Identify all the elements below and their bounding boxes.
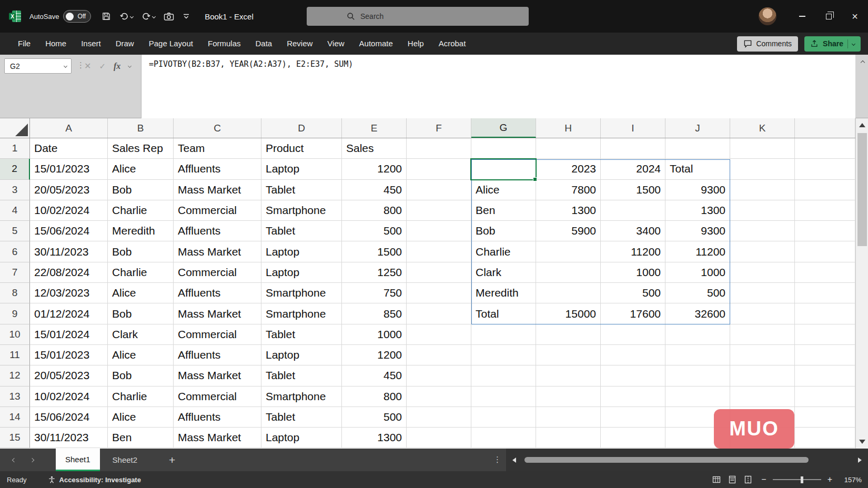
customize-quick-access-icon[interactable]	[183, 13, 190, 20]
cell-H2[interactable]: 2023	[536, 159, 601, 179]
cell-C1[interactable]: Team	[174, 138, 261, 159]
cancel-formula-icon[interactable]: ✕	[84, 61, 91, 71]
cell-H6[interactable]	[536, 241, 601, 262]
cell-I5[interactable]: 3400	[601, 221, 665, 241]
ribbon-tab-file[interactable]: File	[11, 33, 38, 55]
save-icon[interactable]	[102, 12, 111, 21]
cell-I13[interactable]	[601, 387, 665, 407]
cell-partial-8[interactable]	[795, 283, 855, 303]
cell-I6[interactable]: 11200	[601, 241, 665, 262]
cell-K2[interactable]	[730, 159, 795, 179]
cell-J8[interactable]: 500	[665, 283, 730, 303]
cell-F10[interactable]	[407, 324, 471, 345]
cell-D11[interactable]: Laptop	[261, 345, 342, 365]
column-header-I[interactable]: I	[601, 118, 665, 138]
cell-C15[interactable]: Mass Market	[174, 428, 261, 448]
cell-A4[interactable]: 10/02/2024	[30, 200, 108, 221]
cell-E2[interactable]: 1200	[342, 159, 407, 179]
ribbon-tab-view[interactable]: View	[320, 33, 351, 55]
cell-G7[interactable]: Clark	[471, 262, 536, 283]
cell-F8[interactable]	[407, 283, 471, 303]
cell-B2[interactable]: Alice	[108, 159, 174, 179]
cell-C7[interactable]: Commercial	[174, 262, 261, 283]
cell-D13[interactable]: Smartphone	[261, 387, 342, 407]
cell-J12[interactable]	[665, 365, 730, 386]
cell-G5[interactable]: Bob	[471, 221, 536, 241]
cell-K13[interactable]	[730, 387, 795, 407]
cell-D7[interactable]: Laptop	[261, 262, 342, 283]
comments-button[interactable]: Comments	[737, 36, 798, 52]
cell-K12[interactable]	[730, 365, 795, 386]
cell-F2[interactable]	[407, 159, 471, 179]
cell-B5[interactable]: Meredith	[108, 221, 174, 241]
normal-view-icon[interactable]	[712, 475, 721, 484]
previous-sheet-icon[interactable]	[12, 458, 16, 462]
cell-I4[interactable]	[601, 200, 665, 221]
cell-partial-9[interactable]	[795, 303, 855, 324]
cell-I14[interactable]	[601, 407, 665, 428]
cell-B15[interactable]: Ben	[108, 428, 174, 448]
search-input[interactable]	[360, 12, 508, 21]
undo-dropdown-chevron-icon[interactable]	[130, 14, 134, 18]
page-break-view-icon[interactable]	[744, 475, 752, 484]
cell-D8[interactable]: Smartphone	[261, 283, 342, 303]
ribbon-tab-draw[interactable]: Draw	[108, 33, 142, 55]
cell-K11[interactable]	[730, 345, 795, 365]
cell-A3[interactable]: 20/05/2023	[30, 180, 108, 200]
cell-C6[interactable]: Mass Market	[174, 241, 261, 262]
column-header-F[interactable]: F	[407, 118, 471, 138]
cell-K1[interactable]	[730, 138, 795, 159]
cell-partial-15[interactable]	[795, 428, 855, 448]
formula-input[interactable]: =PIVOTBY(B2:B37, YEAR(A2:A37), E2:E37, S…	[141, 55, 855, 118]
cell-H5[interactable]: 5900	[536, 221, 601, 241]
cell-D9[interactable]: Smartphone	[261, 303, 342, 324]
cell-K7[interactable]	[730, 262, 795, 283]
cell-B7[interactable]: Charlie	[108, 262, 174, 283]
ribbon-tab-help[interactable]: Help	[400, 33, 431, 55]
ribbon-tab-acrobat[interactable]: Acrobat	[431, 33, 473, 55]
sheet-tab-sheet1[interactable]: Sheet1	[56, 449, 100, 471]
cell-B4[interactable]: Charlie	[108, 200, 174, 221]
cell-G11[interactable]	[471, 345, 536, 365]
cell-H3[interactable]: 7800	[536, 180, 601, 200]
next-sheet-icon[interactable]	[30, 458, 34, 462]
cell-F13[interactable]	[407, 387, 471, 407]
cell-partial-7[interactable]	[795, 262, 855, 283]
cell-K9[interactable]	[730, 303, 795, 324]
cell-D3[interactable]: Tablet	[261, 180, 342, 200]
row-header-4[interactable]: 4	[0, 200, 30, 221]
cell-D14[interactable]: Tablet	[261, 407, 342, 428]
cell-K8[interactable]	[730, 283, 795, 303]
cell-H10[interactable]	[536, 324, 601, 345]
cell-G1[interactable]	[471, 138, 536, 159]
cell-H15[interactable]	[536, 428, 601, 448]
cell-A1[interactable]: Date	[30, 138, 108, 159]
cell-partial-6[interactable]	[795, 241, 855, 262]
cell-C5[interactable]: Affluents	[174, 221, 261, 241]
cell-G12[interactable]	[471, 365, 536, 386]
cell-B6[interactable]: Bob	[108, 241, 174, 262]
cell-F14[interactable]	[407, 407, 471, 428]
cell-G10[interactable]	[471, 324, 536, 345]
cell-C8[interactable]: Affluents	[174, 283, 261, 303]
row-header-13[interactable]: 13	[0, 387, 30, 407]
cell-B10[interactable]: Clark	[108, 324, 174, 345]
cell-G9[interactable]: Total	[471, 303, 536, 324]
vertical-scrollbar-thumb[interactable]	[857, 133, 867, 246]
cell-H14[interactable]	[536, 407, 601, 428]
cell-C3[interactable]: Mass Market	[174, 180, 261, 200]
zoom-out-button[interactable]: −	[761, 475, 766, 484]
cell-D6[interactable]: Laptop	[261, 241, 342, 262]
cell-E4[interactable]: 800	[342, 200, 407, 221]
cell-F3[interactable]	[407, 180, 471, 200]
column-header-E[interactable]: E	[342, 118, 407, 138]
ribbon-tab-page-layout[interactable]: Page Layout	[142, 33, 200, 55]
cell-F4[interactable]	[407, 200, 471, 221]
cell-J4[interactable]: 1300	[665, 200, 730, 221]
cell-B9[interactable]: Bob	[108, 303, 174, 324]
cell-partial-5[interactable]	[795, 221, 855, 241]
cell-K5[interactable]	[730, 221, 795, 241]
cell-K10[interactable]	[730, 324, 795, 345]
share-dropdown-chevron-icon[interactable]	[852, 42, 855, 45]
cell-E1[interactable]: Sales	[342, 138, 407, 159]
